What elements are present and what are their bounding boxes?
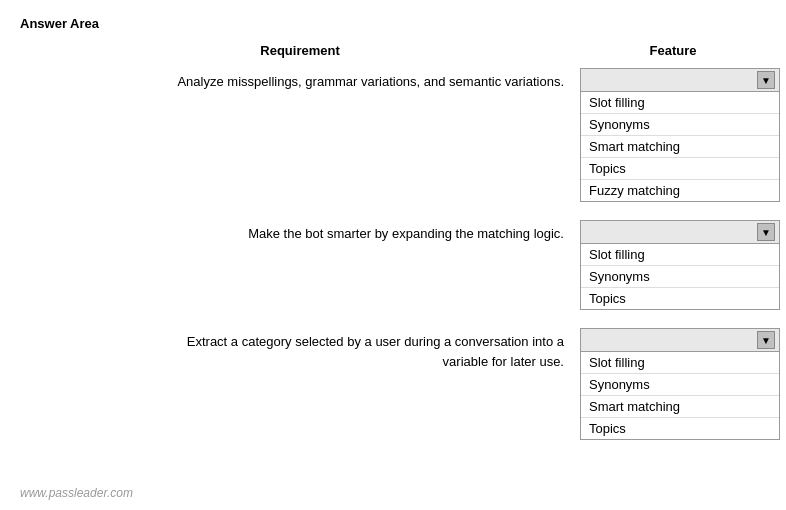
dropdown-item-3-1[interactable]: Synonyms [581,374,779,396]
dropdown-item-3-3[interactable]: Topics [581,418,779,439]
dropdown-item-1-3[interactable]: Topics [581,158,779,180]
requirement-text-1: Analyze misspellings, grammar variations… [20,68,580,92]
dropdown-header-2[interactable]: ▼ [580,220,780,244]
dropdown-list-3: Slot filling Synonyms Smart matching Top… [580,352,780,440]
qa-row-2: Make the bot smarter by expanding the ma… [20,220,766,310]
dropdown-item-2-0[interactable]: Slot filling [581,244,779,266]
feature-col-1: ▼ Slot filling Synonyms Smart matching T… [580,68,780,202]
dropdown-header-3[interactable]: ▼ [580,328,780,352]
dropdown-item-1-1[interactable]: Synonyms [581,114,779,136]
dropdown-item-1-0[interactable]: Slot filling [581,92,779,114]
dropdown-item-1-2[interactable]: Smart matching [581,136,779,158]
dropdown-arrow-2[interactable]: ▼ [757,223,775,241]
header-requirement: Requirement [20,43,580,58]
feature-col-2: ▼ Slot filling Synonyms Topics [580,220,780,310]
dropdown-arrow-1[interactable]: ▼ [757,71,775,89]
dropdown-item-2-1[interactable]: Synonyms [581,266,779,288]
feature-col-3: ▼ Slot filling Synonyms Smart matching T… [580,328,780,440]
qa-row-1: Analyze misspellings, grammar variations… [20,68,766,202]
dropdown-list-1: Slot filling Synonyms Smart matching Top… [580,92,780,202]
qa-row-3: Extract a category selected by a user du… [20,328,766,440]
dropdown-item-1-4[interactable]: Fuzzy matching [581,180,779,201]
requirement-text-2: Make the bot smarter by expanding the ma… [20,220,580,244]
dropdown-item-2-2[interactable]: Topics [581,288,779,309]
dropdown-arrow-3[interactable]: ▼ [757,331,775,349]
header-feature: Feature [580,43,766,58]
dropdown-header-1[interactable]: ▼ [580,68,780,92]
dropdown-list-2: Slot filling Synonyms Topics [580,244,780,310]
requirement-text-3: Extract a category selected by a user du… [20,328,580,371]
dropdown-item-3-2[interactable]: Smart matching [581,396,779,418]
answer-area-title: Answer Area [20,16,766,31]
dropdown-item-3-0[interactable]: Slot filling [581,352,779,374]
watermark: www.passleader.com [20,486,133,500]
